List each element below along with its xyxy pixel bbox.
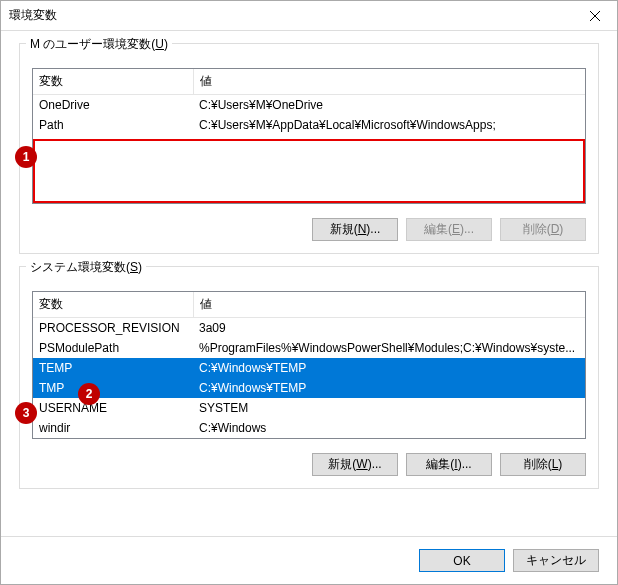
titlebar: 環境変数	[1, 1, 617, 31]
user-group-label: M のユーザー環境変数(U)	[26, 36, 172, 53]
annotation-callout-1: 1	[15, 146, 37, 168]
table-row[interactable]: USERNAMESYSTEM	[33, 398, 585, 418]
var-value: SYSTEM	[193, 400, 585, 416]
table-row[interactable]: Path C:¥Users¥M¥AppData¥Local¥Microsoft¥…	[33, 115, 585, 135]
user-delete-button: 削除(D)	[500, 218, 586, 241]
table-row[interactable]: windirC:¥Windows	[33, 418, 585, 438]
user-table-header: 変数 値	[33, 69, 585, 95]
system-header-name[interactable]: 変数	[33, 292, 193, 317]
annotation-callout-3: 3	[15, 402, 37, 424]
var-name: PSModulePath	[33, 340, 193, 356]
var-value: C:¥Windows¥TEMP	[193, 360, 585, 376]
var-name: TMP	[33, 380, 193, 396]
system-edit-button[interactable]: 編集(I)...	[406, 453, 492, 476]
table-row[interactable]: TMPC:¥Windows¥TEMP	[33, 378, 585, 398]
var-name: OneDrive	[33, 97, 193, 113]
close-icon	[590, 11, 600, 21]
system-new-button[interactable]: 新規(W)...	[312, 453, 398, 476]
system-table-header: 変数 値	[33, 292, 585, 318]
var-value: C:¥Users¥M¥AppData¥Local¥Microsoft¥Windo…	[193, 117, 585, 133]
var-name: USERNAME	[33, 400, 193, 416]
user-header-value[interactable]: 値	[193, 69, 585, 94]
table-row[interactable]: OneDrive C:¥Users¥M¥OneDrive	[33, 95, 585, 115]
environment-variables-dialog: 環境変数 M のユーザー環境変数(U) 変数 値 OneDrive C:¥Use…	[0, 0, 618, 585]
system-header-value[interactable]: 値	[193, 292, 585, 317]
system-variables-group: システム環境変数(S) 変数 値 PROCESSOR_REVISION3a09P…	[19, 266, 599, 489]
system-button-row: 新規(W)... 編集(I)... 削除(L)	[32, 453, 586, 476]
table-row[interactable]: TEMPC:¥Windows¥TEMP	[33, 358, 585, 378]
table-row[interactable]: PSModulePath%ProgramFiles%¥WindowsPowerS…	[33, 338, 585, 358]
dialog-content: M のユーザー環境変数(U) 変数 値 OneDrive C:¥Users¥M¥…	[1, 31, 617, 515]
var-name: TEMP	[33, 360, 193, 376]
var-name: windir	[33, 420, 193, 436]
ok-button[interactable]: OK	[419, 549, 505, 572]
system-delete-button[interactable]: 削除(L)	[500, 453, 586, 476]
close-button[interactable]	[572, 1, 617, 30]
var-value: C:¥Windows¥TEMP	[193, 380, 585, 396]
user-new-button[interactable]: 新規(N)...	[312, 218, 398, 241]
var-name: PROCESSOR_REVISION	[33, 320, 193, 336]
var-value: C:¥Users¥M¥OneDrive	[193, 97, 585, 113]
annotation-callout-2: 2	[78, 383, 100, 405]
user-header-name[interactable]: 変数	[33, 69, 193, 94]
user-button-row: 新規(N)... 編集(E)... 削除(D)	[32, 218, 586, 241]
dialog-footer: OK キャンセル	[1, 536, 617, 584]
annotation-highlight	[33, 139, 585, 203]
var-value: %ProgramFiles%¥WindowsPowerShell¥Modules…	[193, 340, 585, 356]
var-value: 3a09	[193, 320, 585, 336]
system-group-label: システム環境変数(S)	[26, 259, 146, 276]
table-row[interactable]: PROCESSOR_REVISION3a09	[33, 318, 585, 338]
user-variables-table[interactable]: 変数 値 OneDrive C:¥Users¥M¥OneDrive Path C…	[32, 68, 586, 204]
cancel-button[interactable]: キャンセル	[513, 549, 599, 572]
dialog-title: 環境変数	[9, 7, 572, 24]
var-value: C:¥Windows	[193, 420, 585, 436]
system-variables-table[interactable]: 変数 値 PROCESSOR_REVISION3a09PSModulePath%…	[32, 291, 586, 439]
var-name: Path	[33, 117, 193, 133]
user-edit-button: 編集(E)...	[406, 218, 492, 241]
user-variables-group: M のユーザー環境変数(U) 変数 値 OneDrive C:¥Users¥M¥…	[19, 43, 599, 254]
